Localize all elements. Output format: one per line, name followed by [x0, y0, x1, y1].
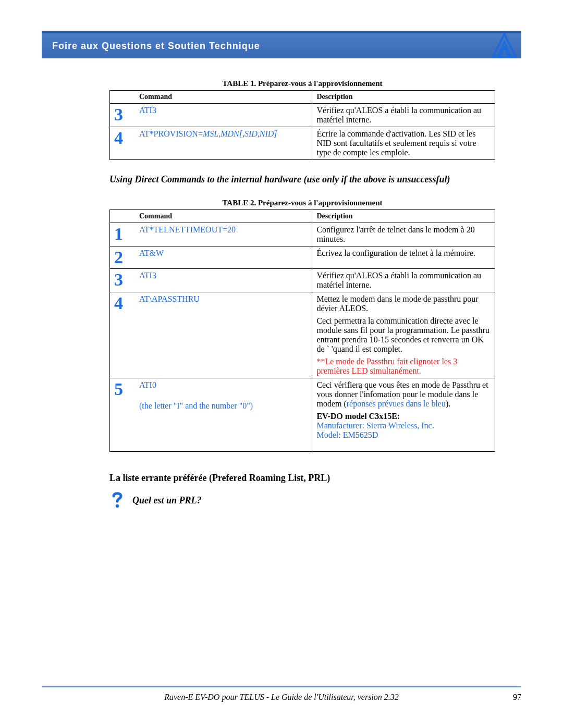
table2-caption-label: TABLE 2.	[222, 199, 256, 207]
svg-point-0	[116, 504, 119, 508]
table-row: 5 ATI0 (the letter "I" and the number "0…	[110, 378, 495, 452]
table1-caption-text: Préparez-vous à l'approvisionnement	[258, 79, 383, 88]
desc-cell: Vérifiez qu'ALEOS a établi la communicat…	[312, 269, 495, 292]
header-bar: Foire aux Questions et Soutien Technique	[42, 31, 521, 58]
table-row: 4 AT\APASSTHRU Mettez le modem dans le m…	[110, 292, 495, 378]
th-description: Description	[312, 210, 495, 223]
table-row: 3 ATI3 Vérifiez qu'ALEOS a établi la com…	[110, 104, 495, 127]
desc-cell: Vérifiez qu'ALEOS a établi la communicat…	[312, 104, 495, 127]
table2-caption-text: Préparez-vous à l'approvisionnement	[258, 199, 383, 207]
table2: Command Description 1 AT*TELNETTIMEOUT=2…	[109, 209, 495, 452]
page-number: 97	[490, 693, 521, 702]
step-number: 3	[110, 104, 136, 127]
footer-title: Raven-E EV-DO pour TELUS - Le Guide de l…	[73, 693, 490, 702]
cmd-cell: ATI3	[135, 104, 312, 127]
mid-section-note: Using Direct Commands to the internal ha…	[109, 173, 495, 186]
th-command: Command	[135, 210, 312, 223]
table1-caption-label: TABLE 1.	[222, 79, 256, 88]
th-command: Command	[135, 91, 312, 104]
table1: Command Description 3 ATI3 Vérifiez qu'A…	[109, 90, 495, 160]
page: Foire aux Questions et Soutien Technique…	[0, 0, 563, 728]
desc-cell: Configurez l'arrêt de telnet dans le mod…	[312, 223, 495, 246]
content: TABLE 1. Préparez-vous à l'approvisionne…	[109, 79, 495, 510]
step-number: 4	[110, 127, 136, 160]
desc-cell: Écrire la commande d'activation. Les SID…	[312, 127, 495, 160]
cmd-cell: AT&W	[135, 246, 312, 269]
step-number: 1	[110, 223, 136, 246]
cmd-text: ATI3	[139, 106, 156, 115]
desc-cell: Mettez le modem dans le mode de passthru…	[312, 292, 495, 378]
cmd-cell: AT*PROVISION=MSL,MDN[,SID,NID]	[135, 127, 312, 160]
prl-heading: La liste errante préférée (Prefered Roam…	[109, 473, 495, 484]
cmd-text: AT*PROVISION=MSL,MDN[,SID,NID]	[139, 129, 277, 138]
table-row: 2 AT&W Écrivez la configuration de telne…	[110, 246, 495, 269]
model-label: EV-DO model C3x15E:	[316, 412, 491, 421]
step-number: 2	[110, 246, 136, 269]
warning-text: **Le mode de Passthru fait clignoter les…	[316, 357, 491, 376]
table2-caption: TABLE 2. Préparez-vous à l'approvisionne…	[109, 199, 495, 207]
cmd-cell: ATI0 (the letter "I" and the number "0")	[135, 378, 312, 452]
cmd-cell: AT*TELNETTIMEOUT=20	[135, 223, 312, 246]
table-header-row: Command Description	[110, 91, 495, 104]
cmd-cell: AT\APASSTHRU	[135, 292, 312, 378]
desc-cell: Écrivez la configuration de telnet à la …	[312, 246, 495, 269]
table-row: 1 AT*TELNETTIMEOUT=20 Configurez l'arrêt…	[110, 223, 495, 246]
step-number: 3	[110, 269, 136, 292]
th-description: Description	[312, 91, 495, 104]
table1-caption: TABLE 1. Préparez-vous à l'approvisionne…	[109, 79, 495, 88]
header-title: Foire aux Questions et Soutien Technique	[52, 41, 260, 51]
question-icon	[109, 491, 125, 510]
prl-question-text: Quel est un PRL?	[132, 495, 202, 506]
desc-cell: Ceci vérifiera que vous êtes en mode de …	[312, 378, 495, 452]
step-number: 4	[110, 292, 136, 378]
table-row: 3 ATI3 Vérifiez qu'ALEOS a établi la com…	[110, 269, 495, 292]
prl-question-line: Quel est un PRL?	[109, 491, 495, 510]
step-number: 5	[110, 378, 136, 452]
footer: Raven-E EV-DO pour TELUS - Le Guide de l…	[42, 686, 521, 702]
cmd-cell: ATI3	[135, 269, 312, 292]
table-row: 4 AT*PROVISION=MSL,MDN[,SID,NID] Écrire …	[110, 127, 495, 160]
table-header-row: Command Description	[110, 210, 495, 223]
brand-logo-icon	[490, 31, 519, 60]
